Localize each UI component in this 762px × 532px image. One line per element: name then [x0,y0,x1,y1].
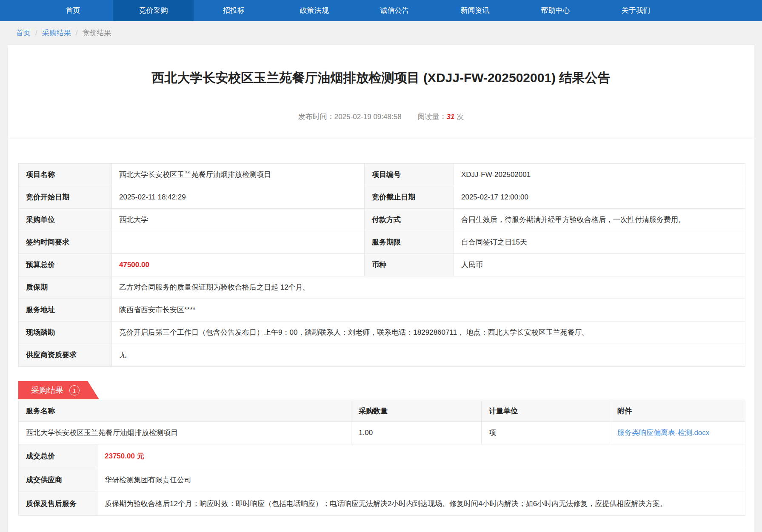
table-row: 成交供应商 华研检测集团有限责任公司 [19,468,745,492]
field-label-site-survey: 现场踏勘 [19,321,112,344]
field-label-currency: 币种 [365,254,454,276]
field-label-bid-end: 竞价截止日期 [365,186,454,209]
field-value-bid-end: 2025-02-17 12:00:00 [454,186,745,209]
field-value-warranty-service: 质保期为验收合格后12个月；响应时效：即时响应（包括电话响应）；电话响应无法解决… [97,492,745,516]
divider [8,139,754,139]
procurement-result-table: 服务名称 采购数量 计量单位 附件 西北大学长安校区玉兰苑餐厅油烟排放检测项目 … [18,401,745,444]
table-row: 供应商资质要求 无 [19,344,745,367]
views-count: 31 [447,113,455,121]
procurement-result-badge: 采购结果 1 [18,381,99,399]
procurement-result-label: 采购结果 [31,385,63,396]
field-value-project-name: 西北大学长安校区玉兰苑餐厅油烟排放检测项目 [112,164,365,186]
result-unit: 项 [482,422,610,444]
field-value-deal-total-price: 23750.00 元 [97,444,745,468]
breadcrumb-separator: / [76,29,78,37]
table-row: 签约时间要求 服务期限 自合同签订之日15天 [19,231,745,254]
field-value-bid-start: 2025-02-11 18:42:29 [112,186,365,209]
field-value-service-address: 陕西省西安市长安区**** [112,299,745,321]
table-row: 服务地址 陕西省西安市长安区**** [19,299,745,321]
table-row: 质保期 乙方对合同服务的质量保证期为验收合格后之日起 12个月。 [19,276,745,299]
nav-item-about-us[interactable]: 关于我们 [596,0,676,21]
table-row: 西北大学长安校区玉兰苑餐厅油烟排放检测项目 1.00 项 服务类响应偏离表-检测… [19,422,745,444]
field-label-project-name: 项目名称 [19,164,112,186]
column-header-unit: 计量单位 [482,401,610,422]
field-label-bid-start: 竞价开始日期 [19,186,112,209]
table-row: 现场踏勘 竞价开启后第三个工作日（包含公告发布日）上午9：00，踏勘联系人：刘老… [19,321,745,344]
field-label-budget-total: 预算总价 [19,254,112,276]
field-label-warranty-service: 质保及售后服务 [19,492,97,516]
views-label: 阅读量： [418,113,447,121]
publish-info-row: 发布时间：2025-02-19 09:48:58阅读量：31 次 [8,112,754,122]
field-label-deal-total-price: 成交总价 [19,444,97,468]
field-label-service-address: 服务地址 [19,299,112,321]
table-row: 采购单位 西北大学 付款方式 合同生效后，待服务期满并经甲方验收合格后，一次性付… [19,209,745,231]
views-unit: 次 [457,113,464,121]
announcement-card: 西北大学长安校区玉兰苑餐厅油烟排放检测项目 (XDJJ-FW-202502001… [7,45,755,532]
nav-item-help-center[interactable]: 帮助中心 [515,0,596,21]
table-row: 成交总价 23750.00 元 [19,444,745,468]
result-service-name: 西北大学长安校区玉兰苑餐厅油烟排放检测项目 [19,422,351,444]
breadcrumb-procurement-results[interactable]: 采购结果 [42,28,71,38]
column-header-quantity: 采购数量 [351,401,482,422]
field-value-winning-supplier: 华研检测集团有限责任公司 [97,468,745,492]
project-info-table: 项目名称 西北大学长安校区玉兰苑餐厅油烟排放检测项目 项目编号 XDJJ-FW-… [18,163,745,367]
field-label-signing-time: 签约时间要求 [19,231,112,254]
breadcrumb-separator: / [35,29,37,37]
column-header-attachment: 附件 [610,401,745,422]
nav-item-policies[interactable]: 政策法规 [274,0,354,21]
field-value-payment-method: 合同生效后，待服务期满并经甲方验收合格后，一次性付清服务费用。 [454,209,745,231]
table-header-row: 服务名称 采购数量 计量单位 附件 [19,401,745,422]
breadcrumb: 首页 / 采购结果 / 竞价结果 [0,21,762,45]
nav-item-news[interactable]: 新闻资讯 [435,0,515,21]
field-label-winning-supplier: 成交供应商 [19,468,97,492]
field-value-signing-time [112,231,365,254]
deal-summary-table: 成交总价 23750.00 元 成交供应商 华研检测集团有限责任公司 质保及售后… [18,444,745,516]
field-value-purchaser: 西北大学 [112,209,365,231]
result-quantity: 1.00 [351,422,482,444]
attachment-link[interactable]: 服务类响应偏离表-检测.docx [617,429,709,437]
breadcrumb-current: 竞价结果 [82,28,111,38]
publish-time-label: 发布时间： [298,113,334,121]
breadcrumb-home[interactable]: 首页 [16,28,31,38]
page-title: 西北大学长安校区玉兰苑餐厅油烟排放检测项目 (XDJJ-FW-202502001… [8,45,754,86]
table-row: 质保及售后服务 质保期为验收合格后12个月；响应时效：即时响应（包括电话响应）；… [19,492,745,516]
publish-time-value: 2025-02-19 09:48:58 [334,113,402,121]
field-value-budget-total: 47500.00 [112,254,365,276]
column-header-service-name: 服务名称 [19,401,351,422]
field-value-project-number: XDJJ-FW-202502001 [454,164,745,186]
field-value-currency: 人民币 [454,254,745,276]
result-count-badge: 1 [69,385,80,395]
field-value-site-survey: 竞价开启后第三个工作日（包含公告发布日）上午9：00，踏勘联系人：刘老师，联系电… [112,321,745,344]
field-value-warranty-period: 乙方对合同服务的质量保证期为验收合格后之日起 12个月。 [112,276,745,299]
field-label-purchaser: 采购单位 [19,209,112,231]
field-value-service-period: 自合同签订之日15天 [454,231,745,254]
table-row: 项目名称 西北大学长安校区玉兰苑餐厅油烟排放检测项目 项目编号 XDJJ-FW-… [19,164,745,186]
field-label-payment-method: 付款方式 [365,209,454,231]
table-row: 竞价开始日期 2025-02-11 18:42:29 竞价截止日期 2025-0… [19,186,745,209]
field-label-supplier-qualification: 供应商资质要求 [19,344,112,367]
field-label-service-period: 服务期限 [365,231,454,254]
nav-item-home[interactable]: 首页 [33,0,113,21]
nav-item-integrity-notices[interactable]: 诚信公告 [354,0,435,21]
field-label-warranty-period: 质保期 [19,276,112,299]
nav-item-bidding-procurement[interactable]: 竞价采购 [113,0,194,21]
table-row: 预算总价 47500.00 币种 人民币 [19,254,745,276]
top-navigation: 首页 竞价采购 招投标 政策法规 诚信公告 新闻资讯 帮助中心 关于我们 [0,0,762,21]
field-label-project-number: 项目编号 [365,164,454,186]
nav-item-tenders[interactable]: 招投标 [194,0,274,21]
field-value-supplier-qualification: 无 [112,344,745,367]
